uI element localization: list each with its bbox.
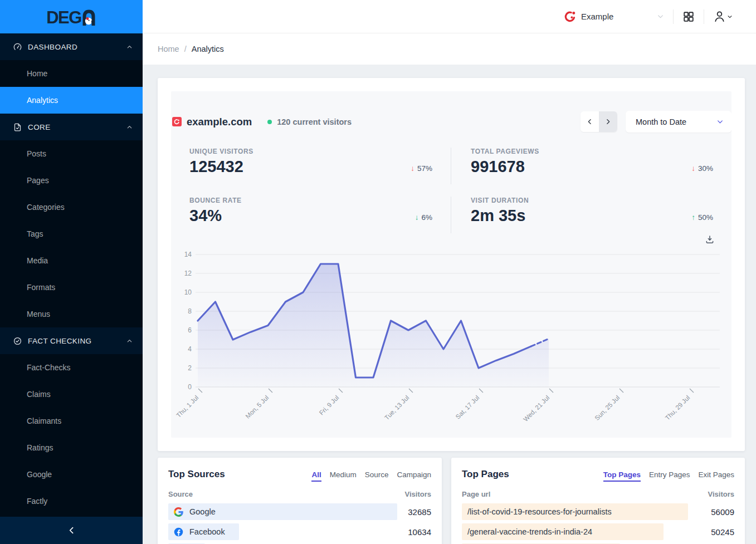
stat-bounce-rate: BOUNCE RATE34%↓6% bbox=[189, 197, 451, 233]
eagle-logo-icon bbox=[81, 8, 96, 26]
sidebar-item-analytics[interactable]: Analytics bbox=[0, 87, 143, 114]
table-row: Facebook10634 bbox=[168, 523, 431, 540]
breadcrumb: Home / Analytics bbox=[143, 33, 756, 65]
breadcrumb-separator: / bbox=[184, 45, 187, 53]
top-pages-columns: Page url Visitors bbox=[462, 490, 734, 498]
caret-down-icon bbox=[727, 14, 733, 19]
org-logo-icon bbox=[564, 10, 577, 23]
svg-text:2: 2 bbox=[188, 364, 192, 372]
svg-text:Tue, 13 Jul: Tue, 13 Jul bbox=[383, 394, 410, 421]
trend-down-arrow-icon: ↓ bbox=[691, 164, 695, 173]
prev-period-button[interactable] bbox=[581, 111, 599, 132]
row-visitors: 10634 bbox=[408, 527, 431, 537]
download-button[interactable] bbox=[705, 234, 715, 246]
stat-delta-value: 30% bbox=[698, 164, 713, 173]
sidebar-item-factly[interactable]: Factly bbox=[0, 488, 143, 514]
sidebar-item-label: Analytics bbox=[27, 96, 58, 105]
organisation-selector[interactable]: Example bbox=[564, 10, 664, 23]
trend-down-arrow-icon: ↓ bbox=[415, 213, 419, 222]
download-icon bbox=[705, 234, 715, 246]
sidebar-collapse-trigger[interactable] bbox=[0, 517, 143, 544]
row-visitors: 56009 bbox=[711, 507, 734, 517]
chevron-down-icon bbox=[716, 118, 724, 125]
sidebar-item-categories[interactable]: Categories bbox=[0, 194, 143, 220]
stat-label: BOUNCE RATE bbox=[189, 197, 432, 204]
analytics-card: example.com 120 current visitors bbox=[158, 78, 745, 451]
facebook-icon bbox=[174, 527, 183, 537]
stat-label: UNIQUE VISITORS bbox=[189, 148, 432, 155]
stat-delta-value: 6% bbox=[421, 213, 432, 222]
tab-entry-pages[interactable]: Entry Pages bbox=[649, 471, 690, 482]
tab-campaign[interactable]: Campaign bbox=[397, 471, 431, 482]
sidebar-item-label: Home bbox=[27, 69, 47, 78]
tab-medium[interactable]: Medium bbox=[330, 471, 357, 482]
sidebar-item-tags[interactable]: Tags bbox=[0, 220, 143, 247]
row-label: /list-of-covid-19-resources-for-journali… bbox=[467, 507, 612, 516]
table-row: /list-of-covid-19-resources-for-journali… bbox=[462, 503, 734, 520]
sidebar-item-menus[interactable]: Menus bbox=[0, 301, 143, 327]
sidebar-item-claims[interactable]: Claims bbox=[0, 381, 143, 408]
app-logo[interactable]: DEG bbox=[0, 0, 143, 33]
chevron-right-icon bbox=[604, 118, 612, 125]
stat-value: 2m 35s bbox=[471, 206, 525, 226]
row-label-cell: Google bbox=[168, 507, 216, 517]
sidebar-section-dashboard[interactable]: DASHBOARD bbox=[0, 33, 143, 60]
top-pages-card: Top Pages Top PagesEntry PagesExit Pages… bbox=[451, 458, 745, 544]
sidebar-item-media[interactable]: Media bbox=[0, 247, 143, 274]
sidebar-item-label: Categories bbox=[27, 203, 65, 212]
date-range-value: Month to Date bbox=[636, 117, 686, 126]
top-sources-card: Top Sources AllMediumSourceCampaign Sour… bbox=[158, 458, 442, 544]
row-visitors: 32685 bbox=[408, 507, 431, 517]
svg-text:Mon, 5 Jul: Mon, 5 Jul bbox=[244, 394, 270, 420]
sidebar-item-label: Google bbox=[27, 470, 52, 479]
sidebar-item-posts[interactable]: Posts bbox=[0, 140, 143, 167]
sidebar-item-home[interactable]: Home bbox=[0, 60, 143, 87]
breadcrumb-home-link[interactable]: Home bbox=[158, 45, 179, 53]
sidebar-item-pages[interactable]: Pages bbox=[0, 167, 143, 194]
apps-grid-button[interactable] bbox=[682, 11, 695, 23]
top-sources-title: Top Sources bbox=[168, 469, 225, 480]
sidebar-nav: DASHBOARDHomeAnalyticsCOREPostsPagesCate… bbox=[0, 33, 143, 517]
svg-text:Fri, 9 Jul: Fri, 9 Jul bbox=[318, 394, 340, 416]
sidebar-item-label: Menus bbox=[27, 310, 50, 318]
svg-text:Thu, 29 Jul: Thu, 29 Jul bbox=[664, 394, 691, 422]
tab-all[interactable]: All bbox=[311, 471, 321, 482]
stat-delta: ↑50% bbox=[691, 213, 713, 226]
stat-delta-value: 50% bbox=[698, 213, 713, 222]
panel-controls: Month to Date bbox=[581, 111, 731, 133]
sidebar-item-fact-checks[interactable]: Fact-Checks bbox=[0, 354, 143, 381]
column-source: Source bbox=[168, 490, 193, 498]
chevron-up-icon bbox=[126, 338, 133, 344]
sidebar-section-fact-checking[interactable]: FACT CHECKING bbox=[0, 327, 143, 354]
header-divider bbox=[673, 9, 674, 24]
svg-text:4: 4 bbox=[188, 345, 192, 353]
row-label-cell: /general-vaccine-trends-in-india-24 bbox=[462, 527, 592, 536]
sidebar-section-core[interactable]: CORE bbox=[0, 114, 143, 140]
table-row: Google32685 bbox=[168, 503, 431, 520]
date-range-select[interactable]: Month to Date bbox=[626, 111, 731, 133]
tab-source[interactable]: Source bbox=[365, 471, 389, 482]
stat-value: 125432 bbox=[189, 157, 243, 177]
sidebar-item-label: Claims bbox=[27, 390, 51, 399]
top-pages-rows: /list-of-covid-19-resources-for-journali… bbox=[462, 503, 734, 544]
stat-unique-visitors: UNIQUE VISITORS125432↓57% bbox=[189, 148, 451, 184]
tab-top-pages[interactable]: Top Pages bbox=[603, 471, 641, 482]
analytics-panel-header: example.com 120 current visitors bbox=[171, 111, 731, 133]
sidebar-item-claimants[interactable]: Claimants bbox=[0, 408, 143, 434]
sidebar-item-google[interactable]: Google bbox=[0, 461, 143, 488]
header-divider bbox=[704, 9, 704, 24]
user-menu-button[interactable] bbox=[713, 10, 733, 23]
top-pages-title: Top Pages bbox=[462, 469, 509, 480]
top-sources-rows: Google32685Facebook10634 bbox=[168, 503, 431, 544]
breadcrumb-current: Analytics bbox=[192, 45, 224, 53]
tab-exit-pages[interactable]: Exit Pages bbox=[698, 471, 734, 482]
logo-text: DEG bbox=[46, 10, 81, 26]
next-period-button[interactable] bbox=[599, 111, 617, 132]
stats-grid: UNIQUE VISITORS125432↓57%TOTAL PAGEVIEWS… bbox=[189, 148, 713, 233]
sidebar-item-label: Media bbox=[27, 256, 48, 265]
stat-delta: ↓30% bbox=[691, 164, 713, 177]
row-label-cell: /list-of-covid-19-resources-for-journali… bbox=[462, 507, 612, 516]
sidebar-item-ratings[interactable]: Ratings bbox=[0, 434, 143, 461]
sidebar-item-formats[interactable]: Formats bbox=[0, 274, 143, 301]
chart-toolbar bbox=[171, 234, 731, 246]
